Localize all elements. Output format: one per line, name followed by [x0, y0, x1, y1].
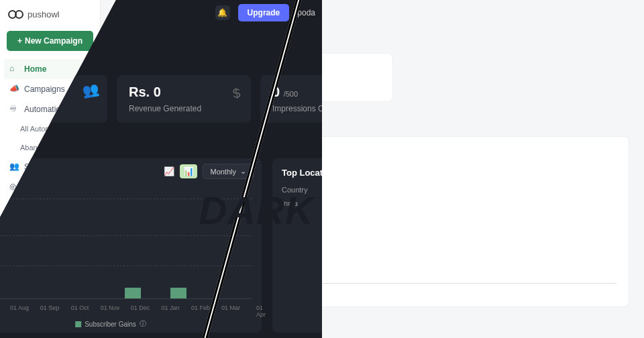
stat-revenue: Rs. 0 Revenue Generated $ — [117, 75, 251, 123]
stat-sub: /500 — [284, 90, 298, 98]
period-select[interactable]: Monthly ⌄ — [203, 164, 254, 179]
x-tick: 01 Aug — [10, 304, 29, 311]
chart-legend: Subscriber Gains ⓘ — [75, 319, 146, 329]
chart-controls: 📈 📊 Monthly ⌄ — [164, 164, 254, 179]
x-tick: 01 Feb — [191, 304, 210, 311]
overlay-dark-word: DARK — [199, 188, 314, 232]
new-campaign-label: New Campaign — [25, 36, 83, 46]
chart-bar — [125, 288, 141, 298]
bell-icon: 🔔 — [217, 8, 227, 17]
chevron-down-icon: ⌄ — [240, 167, 246, 176]
x-tick: 01 Apr — [256, 304, 266, 318]
automation-icon: ♾ — [9, 105, 19, 114]
users-icon: 👥 — [9, 162, 19, 172]
legend-label: Subscriber Gains — [85, 321, 136, 328]
owl-icon — [8, 9, 24, 19]
stat-value: Rs. 0 — [129, 84, 239, 100]
info-icon: ⓘ — [140, 319, 146, 329]
period-label: Monthly — [210, 168, 236, 176]
trend-icon[interactable]: 📈 — [164, 166, 174, 176]
dark-chart-card: 📈 📊 Monthly ⌄ 01 Jul 01 Aug 01 Sep 01 Oc… — [0, 158, 262, 333]
brand-name: pushowl — [28, 9, 60, 19]
plus-icon: + — [17, 36, 22, 46]
megaphone-icon: 📣 — [9, 84, 19, 94]
brand-logo: pushowl — [0, 7, 100, 27]
new-campaign-button[interactable]: + New Campaign — [7, 31, 93, 51]
x-tick: 01 Nov — [101, 304, 120, 311]
x-tick: 01 Sep — [40, 304, 60, 311]
x-tick: 01 Jan — [161, 304, 179, 311]
upgrade-button[interactable]: Upgrade — [238, 4, 290, 21]
notifications-button[interactable]: 🔔 — [215, 5, 230, 20]
overlay-mode-word: MODE — [326, 188, 445, 232]
dark-topbar: 🔔 Upgrade poda — [215, 4, 315, 21]
stat-label: Revenue Generated — [129, 104, 239, 113]
chart-bar — [170, 288, 186, 298]
legend-color — [75, 321, 81, 327]
home-icon: ⌂ — [9, 64, 19, 74]
dark-mode-overlay-text: DARKMODE — [199, 188, 445, 233]
account-name[interactable]: poda — [297, 8, 315, 17]
x-tick: 01 Mar — [221, 304, 240, 311]
bar-chart-icon[interactable]: 📊 — [180, 164, 197, 178]
nav-label: Campaigns — [24, 84, 65, 94]
x-tick: 01 Dec — [131, 304, 150, 311]
x-tick: 01 Oct — [71, 304, 89, 311]
nav-label: Home — [24, 64, 46, 74]
